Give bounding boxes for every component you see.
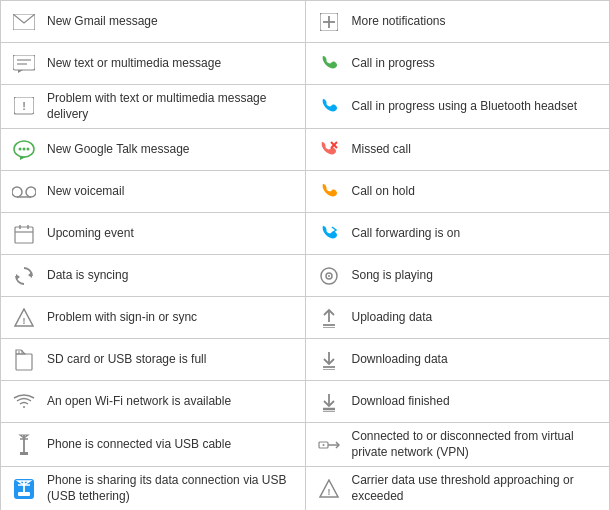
notification-icons-table: New Gmail messageMore notificationsNew t… bbox=[0, 0, 610, 510]
cell-text: An open Wi-Fi network is available bbox=[47, 394, 297, 410]
table-cell-r0-c0: New Gmail message bbox=[1, 1, 306, 43]
upcoming-event-icon bbox=[9, 224, 39, 244]
call-in-progress-icon bbox=[314, 55, 344, 73]
usb-tethering-icon bbox=[9, 478, 39, 500]
svg-point-13 bbox=[27, 147, 30, 150]
sms-problem-icon: ! bbox=[9, 97, 39, 117]
cell-text: Call on hold bbox=[352, 184, 602, 200]
data-syncing-icon bbox=[9, 266, 39, 286]
svg-marker-35 bbox=[16, 350, 25, 354]
table-cell-r9-c1: Download finished bbox=[306, 381, 611, 423]
usb-connected-icon bbox=[9, 434, 39, 456]
svg-point-18 bbox=[26, 187, 36, 197]
table-cell-r5-c1: Call forwarding is on bbox=[306, 213, 611, 255]
cell-text: New Gmail message bbox=[47, 14, 297, 30]
svg-rect-4 bbox=[13, 55, 35, 70]
gtalk-icon bbox=[9, 140, 39, 160]
cell-text: Download finished bbox=[352, 394, 602, 410]
svg-rect-54 bbox=[18, 492, 30, 496]
cell-text: Carrier data use threshold approaching o… bbox=[352, 473, 602, 504]
cell-text: More notifications bbox=[352, 14, 602, 30]
svg-text:!: ! bbox=[23, 315, 26, 325]
carrier-threshold-icon: ! bbox=[314, 479, 344, 499]
table-cell-r5-c0: Upcoming event bbox=[1, 213, 306, 255]
svg-point-12 bbox=[23, 147, 26, 150]
svg-rect-34 bbox=[16, 354, 32, 370]
svg-point-17 bbox=[12, 187, 22, 197]
gmail-icon bbox=[9, 14, 39, 30]
table-cell-r2-c1: Call in progress using a Bluetooth heads… bbox=[306, 85, 611, 129]
svg-marker-14 bbox=[20, 157, 26, 160]
cell-text: New text or multimedia message bbox=[47, 56, 297, 72]
table-cell-r10-c1: Connected to or disconnected from virtua… bbox=[306, 423, 611, 467]
cell-text: Call in progress bbox=[352, 56, 602, 72]
cell-text: Data is syncing bbox=[47, 268, 297, 284]
table-cell-r11-c0: Phone is sharing its data connection via… bbox=[1, 467, 306, 510]
sd-card-icon bbox=[9, 349, 39, 371]
cell-text: New Google Talk message bbox=[47, 142, 297, 158]
svg-point-28 bbox=[328, 275, 330, 277]
uploading-icon bbox=[314, 308, 344, 328]
cell-text: Phone is connected via USB cable bbox=[47, 437, 297, 453]
cell-text: Song is playing bbox=[352, 268, 602, 284]
cell-text: SD card or USB storage is full bbox=[47, 352, 297, 368]
svg-point-11 bbox=[19, 147, 22, 150]
table-cell-r3-c0: New Google Talk message bbox=[1, 129, 306, 171]
svg-marker-25 bbox=[16, 274, 20, 280]
table-cell-r2-c0: !Problem with text or multimedia message… bbox=[1, 85, 306, 129]
cell-text: Phone is sharing its data connection via… bbox=[47, 473, 297, 504]
svg-rect-46 bbox=[20, 452, 28, 455]
table-cell-r9-c0: An open Wi-Fi network is available bbox=[1, 381, 306, 423]
cell-text: Problem with text or multimedia message … bbox=[47, 91, 297, 122]
download-finished-icon bbox=[314, 392, 344, 412]
table-cell-r10-c0: Phone is connected via USB cable bbox=[1, 423, 306, 467]
table-cell-r7-c1: Uploading data bbox=[306, 297, 611, 339]
cell-text: Connected to or disconnected from virtua… bbox=[352, 429, 602, 460]
table-cell-r3-c1: Missed call bbox=[306, 129, 611, 171]
table-cell-r6-c1: Song is playing bbox=[306, 255, 611, 297]
sms-icon bbox=[9, 55, 39, 73]
table-cell-r11-c1: !Carrier data use threshold approaching … bbox=[306, 467, 611, 510]
cell-text: New voicemail bbox=[47, 184, 297, 200]
cell-text: Problem with sign-in or sync bbox=[47, 310, 297, 326]
wifi-available-icon bbox=[9, 394, 39, 410]
voicemail-icon bbox=[9, 185, 39, 199]
cell-text: Call forwarding is on bbox=[352, 226, 602, 242]
cell-text: Missed call bbox=[352, 142, 602, 158]
svg-point-49 bbox=[322, 444, 324, 446]
cell-text: Uploading data bbox=[352, 310, 602, 326]
downloading-icon bbox=[314, 350, 344, 370]
signin-problem-icon: ! bbox=[9, 308, 39, 328]
svg-text:!: ! bbox=[22, 100, 26, 112]
table-cell-r4-c1: Call on hold bbox=[306, 171, 611, 213]
table-cell-r4-c0: New voicemail bbox=[1, 171, 306, 213]
svg-marker-24 bbox=[28, 272, 32, 278]
vpn-icon bbox=[314, 438, 344, 452]
svg-text:!: ! bbox=[327, 486, 330, 496]
table-cell-r6-c0: Data is syncing bbox=[1, 255, 306, 297]
table-cell-r1-c1: Call in progress bbox=[306, 43, 611, 85]
missed-call-icon bbox=[314, 141, 344, 159]
call-forwarding-icon bbox=[314, 225, 344, 243]
table-cell-r8-c1: Downloading data bbox=[306, 339, 611, 381]
svg-marker-7 bbox=[18, 70, 23, 73]
more-notifications-icon bbox=[314, 13, 344, 31]
table-cell-r1-c0: New text or multimedia message bbox=[1, 43, 306, 85]
svg-rect-20 bbox=[15, 227, 33, 243]
call-hold-icon bbox=[314, 183, 344, 201]
song-playing-icon bbox=[314, 267, 344, 285]
cell-text: Upcoming event bbox=[47, 226, 297, 242]
call-bluetooth-icon bbox=[314, 98, 344, 116]
cell-text: Call in progress using a Bluetooth heads… bbox=[352, 99, 602, 115]
table-cell-r8-c0: SD card or USB storage is full bbox=[1, 339, 306, 381]
table-cell-r7-c0: !Problem with sign-in or sync bbox=[1, 297, 306, 339]
table-cell-r0-c1: More notifications bbox=[306, 1, 611, 43]
cell-text: Downloading data bbox=[352, 352, 602, 368]
